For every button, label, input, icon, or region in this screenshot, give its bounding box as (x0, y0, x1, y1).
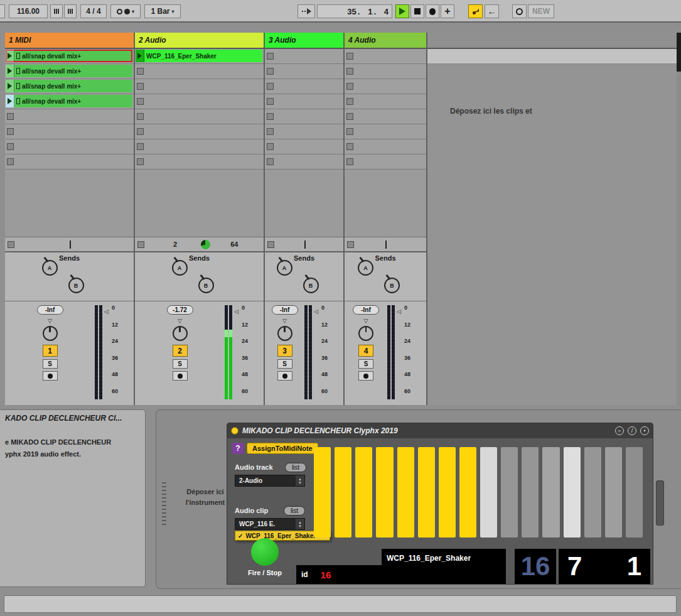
assign-to-midi-note-button[interactable]: AssignToMidiNote (247, 443, 318, 454)
help-button[interactable]: ? (232, 443, 244, 454)
back-to-arrangement-button[interactable]: ← (485, 4, 499, 18)
mikado-note-bar[interactable] (335, 447, 351, 538)
time-signature-display[interactable]: 4 / 4 (80, 4, 107, 18)
track-header-3[interactable]: 3 Audio (265, 33, 343, 49)
clip-slot[interactable] (345, 49, 426, 64)
tempo-display[interactable]: 116.00 (9, 4, 48, 18)
clip-slot[interactable] (5, 139, 134, 154)
clip-slot[interactable] (265, 109, 343, 124)
arm-button[interactable] (358, 371, 373, 381)
pan-knob[interactable] (358, 326, 373, 341)
clip-stop-button[interactable] (346, 143, 353, 150)
track-header-1[interactable]: 1 MIDI (5, 33, 134, 49)
clip-stop-button[interactable] (7, 113, 14, 120)
pan-knob[interactable] (173, 326, 188, 341)
clip-slot[interactable] (265, 139, 343, 154)
send-knob-a[interactable]: A (277, 260, 292, 276)
clip-stop-button[interactable] (267, 128, 274, 135)
clip-stop-button[interactable] (137, 128, 144, 135)
clip-stop-button[interactable] (346, 53, 353, 60)
clip-slot[interactable] (135, 124, 264, 139)
clip-stop-button[interactable] (7, 158, 14, 165)
mikado-note-bar[interactable] (459, 447, 476, 538)
clip-stop-button[interactable] (267, 83, 274, 90)
clip-slot[interactable] (135, 64, 264, 79)
clip-slot[interactable] (345, 124, 426, 139)
clip-play-icon[interactable] (136, 50, 144, 62)
send-knob-a[interactable]: A (42, 260, 58, 276)
nudge-down-button[interactable] (50, 4, 63, 18)
arm-button[interactable] (277, 371, 292, 381)
clip-stop-button[interactable] (137, 113, 144, 120)
clip-slot[interactable] (345, 79, 426, 94)
play-button[interactable] (395, 4, 409, 18)
clip-stop-button[interactable] (346, 158, 353, 165)
overdub-plus-button[interactable]: + (441, 4, 454, 18)
device-edit-icon[interactable] (628, 426, 636, 435)
clip-slot[interactable] (265, 49, 343, 64)
pan-knob[interactable] (277, 326, 292, 341)
clip-stop-button[interactable] (137, 68, 144, 75)
audio-effect-drop-handle[interactable] (656, 480, 664, 526)
audio-track-list-button[interactable]: list (285, 463, 306, 472)
solo-button[interactable]: S (358, 359, 373, 369)
track-header-2[interactable]: 2 Audio (135, 33, 264, 49)
clip-slot[interactable] (265, 124, 343, 139)
clip-slot[interactable] (135, 139, 264, 154)
clip-stop-button[interactable] (267, 98, 274, 105)
solo-button[interactable]: S (43, 359, 58, 369)
clip-slot[interactable] (135, 154, 264, 170)
clip-slot[interactable] (345, 139, 426, 154)
clip-slot[interactable] (5, 154, 134, 170)
record-button[interactable] (426, 4, 439, 18)
clip-slot[interactable]: all/snap devall mix+ (5, 79, 134, 94)
select-spinner-icon[interactable] (296, 475, 304, 486)
clip-slot[interactable] (345, 94, 426, 109)
chevron-down-icon[interactable]: ▾ (132, 9, 134, 14)
clip-slot[interactable]: WCP_116_Eper_Shaker (135, 49, 264, 64)
clip-stop-button[interactable] (137, 241, 144, 248)
mikado-note-bar[interactable] (584, 447, 601, 538)
clip[interactable]: all/snap devall mix+ (6, 65, 132, 77)
audio-clip-select[interactable]: WCP_116 E. (235, 518, 305, 530)
device-save-icon[interactable] (640, 426, 649, 435)
clip-play-icon[interactable] (6, 50, 14, 62)
clip-slot[interactable] (345, 109, 426, 124)
mikado-note-bar[interactable] (564, 447, 581, 538)
clip-slot[interactable] (265, 94, 343, 109)
clip-slot[interactable] (135, 79, 264, 94)
session-vertical-scrollbar[interactable] (677, 33, 681, 405)
clip-slot[interactable] (5, 124, 134, 139)
volume-display[interactable]: -Inf (272, 305, 298, 315)
send-knob-b[interactable]: B (198, 278, 214, 293)
clip-stop-button[interactable] (267, 68, 274, 75)
send-knob-a[interactable]: A (172, 260, 188, 276)
arm-button[interactable] (43, 371, 58, 381)
mikado-note-bar[interactable] (480, 447, 497, 538)
mikado-note-bar[interactable] (314, 447, 331, 538)
clip-stop-button[interactable] (267, 53, 274, 60)
clip-slot[interactable] (135, 109, 264, 124)
clip-slot[interactable]: all/snap devall mix+ (5, 49, 134, 64)
audio-clip-list-button[interactable]: list (284, 506, 305, 516)
track-header-4[interactable]: 4 Audio (345, 33, 426, 49)
clip[interactable]: WCP_116_Eper_Shaker (136, 50, 262, 62)
stop-button[interactable] (410, 4, 424, 18)
clip-slot[interactable] (265, 64, 343, 79)
clip-stop-button[interactable] (137, 98, 144, 105)
clip-slot[interactable] (265, 154, 343, 170)
mikado-note-bar[interactable] (418, 447, 435, 538)
device-on-led[interactable] (231, 427, 239, 435)
session-record-button[interactable] (512, 4, 527, 18)
clip-stop-button[interactable] (346, 68, 353, 75)
clip[interactable]: all/snap devall mix+ (6, 50, 132, 62)
clip[interactable]: all/snap devall mix+ (6, 95, 132, 107)
new-button[interactable]: NEW (528, 4, 554, 18)
quantize-menu[interactable]: 1 Bar ▾ (144, 4, 181, 18)
clip-stop-button[interactable] (346, 83, 353, 90)
tap-tempo-button[interactable] (0, 4, 5, 18)
clip-slot[interactable] (265, 79, 343, 94)
clip-stop-button[interactable] (346, 128, 353, 135)
clip-stop-button[interactable] (267, 158, 274, 165)
send-knob-b[interactable]: B (384, 278, 400, 293)
